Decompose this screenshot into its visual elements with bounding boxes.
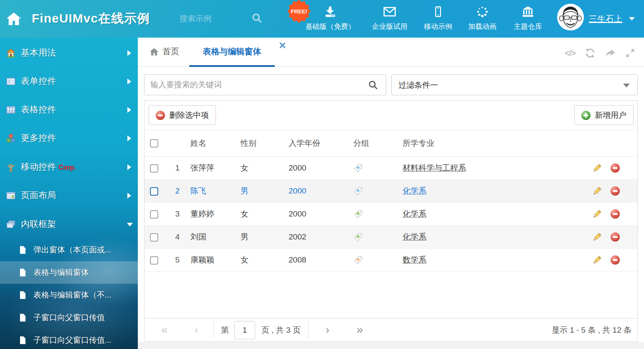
table-row[interactable]: 3 董婷婷 女 2000 化学系 bbox=[145, 203, 637, 226]
file-icon bbox=[18, 245, 27, 255]
delete-row-icon[interactable] bbox=[611, 186, 620, 196]
column-header-group[interactable]: 分组 bbox=[349, 138, 397, 149]
nav-mobile-demo-label: 移动示例 bbox=[415, 22, 461, 31]
filter-dropdown[interactable]: 过滤条件一 bbox=[391, 74, 638, 95]
edit-icon[interactable] bbox=[592, 255, 602, 265]
delete-selected-label: 删除选中项 bbox=[169, 110, 209, 121]
sidebar-subitem-grid-edit-window[interactable]: 表格与编辑窗体 bbox=[0, 261, 138, 284]
header-search-input[interactable] bbox=[180, 12, 244, 26]
column-header-major[interactable]: 所学专业 bbox=[397, 138, 581, 149]
sidebar-subitem-child-to-parent-2[interactable]: 子窗口向父窗口传值... bbox=[0, 329, 138, 349]
refresh-icon[interactable] bbox=[585, 48, 596, 59]
home-icon[interactable] bbox=[6, 11, 22, 27]
select-all-checkbox[interactable] bbox=[150, 139, 158, 148]
file-icon bbox=[18, 335, 27, 345]
table-row[interactable]: 1 张萍萍 女 2000 材料科学与工程系 bbox=[145, 157, 637, 180]
house-icon bbox=[6, 48, 16, 58]
nav-mobile-demo[interactable]: 移动示例 bbox=[415, 5, 461, 34]
delete-row-icon[interactable] bbox=[611, 163, 620, 173]
bank-icon bbox=[522, 5, 534, 18]
nav-basic-free-label: 基础版（免费） bbox=[299, 22, 362, 31]
row-checkbox[interactable] bbox=[150, 187, 158, 196]
tab-grid-edit-window[interactable]: 表格与编辑窗体 bbox=[189, 38, 275, 67]
avatar[interactable] bbox=[557, 4, 584, 31]
delete-row-icon[interactable] bbox=[611, 232, 620, 242]
edit-icon[interactable] bbox=[592, 186, 602, 196]
plus-icon bbox=[581, 111, 591, 120]
edit-icon[interactable] bbox=[592, 232, 602, 242]
row-checkbox[interactable] bbox=[150, 256, 158, 265]
cell-major-link[interactable]: 化学系 bbox=[403, 232, 426, 241]
delete-selected-button[interactable]: 删除选中项 bbox=[149, 105, 216, 125]
table-row[interactable]: 4 刘国 男 2002 化学系 bbox=[145, 226, 637, 249]
row-checkbox[interactable] bbox=[150, 210, 158, 219]
nav-enterprise-trial[interactable]: 企业版试用 bbox=[363, 5, 417, 34]
page-number-input[interactable] bbox=[234, 321, 255, 339]
row-checkbox[interactable] bbox=[150, 164, 158, 173]
tab-home[interactable]: 首页 bbox=[150, 46, 179, 57]
sidebar-item-more-controls[interactable]: 更多控件 bbox=[0, 124, 138, 153]
sidebar-subitem-label: 子窗口向父窗口传值 bbox=[33, 312, 105, 323]
sidebar-item-form-controls[interactable]: 表单控件 bbox=[0, 67, 138, 96]
sidebar-subitem-popup-window[interactable]: 弹出窗体（本页面或... bbox=[0, 239, 138, 261]
sidebar-item-basic-usage[interactable]: 基本用法 bbox=[0, 39, 138, 67]
cell-major-link[interactable]: 化学系 bbox=[403, 209, 426, 218]
add-user-button[interactable]: 新增用户 bbox=[574, 105, 634, 125]
sidebar-item-mobile-controls[interactable]: 移动控件Corp. bbox=[0, 153, 138, 181]
sidebar: 基本用法 表单控件 表格控件 bbox=[0, 38, 138, 349]
row-number: 4 bbox=[167, 232, 182, 242]
sidebar-subitem-child-to-parent[interactable]: 子窗口向父窗口传值 bbox=[0, 306, 138, 329]
cell-gender: 女 bbox=[236, 163, 284, 173]
delete-row-icon[interactable] bbox=[611, 255, 620, 265]
username[interactable]: 三生石上 bbox=[589, 13, 622, 25]
expand-icon[interactable] bbox=[625, 48, 636, 59]
last-page-button[interactable]: » bbox=[357, 318, 363, 341]
share-icon[interactable] bbox=[605, 48, 616, 59]
cell-major-link[interactable]: 材料科学与工程系 bbox=[403, 163, 466, 172]
file-icon bbox=[18, 313, 27, 323]
sidebar-item-iframe[interactable]: 内联框架 bbox=[0, 210, 138, 239]
form-icon bbox=[6, 76, 16, 87]
sidebar-item-page-layout[interactable]: 页面布局 bbox=[0, 181, 138, 210]
edit-icon[interactable] bbox=[592, 163, 602, 173]
keyword-search-box[interactable] bbox=[144, 74, 386, 95]
mail-icon bbox=[383, 5, 396, 18]
user-menu-caret-icon[interactable] bbox=[629, 17, 635, 20]
table-row[interactable]: 2 陈飞 男 2000 化学系 bbox=[145, 180, 637, 203]
prev-page-button[interactable]: ‹ bbox=[195, 318, 198, 341]
sidebar-item-label: 表格控件 bbox=[21, 104, 56, 115]
table-row[interactable]: 5 康颖颖 女 2008 数学系 bbox=[145, 249, 637, 272]
delete-row-icon[interactable] bbox=[611, 209, 620, 219]
header-search-icon[interactable] bbox=[251, 13, 263, 24]
keyword-search-input[interactable] bbox=[150, 76, 368, 93]
page-suffix-label: 页 , 共 3 页 bbox=[261, 318, 301, 342]
first-page-button[interactable]: « bbox=[161, 318, 167, 341]
source-code-icon[interactable]: </> bbox=[565, 48, 576, 59]
chevron-right-icon bbox=[127, 107, 131, 113]
search-icon[interactable] bbox=[368, 80, 378, 90]
app-title: FineUIMvc在线示例 bbox=[32, 10, 150, 27]
next-page-button[interactable]: › bbox=[326, 318, 329, 341]
tag-icon bbox=[353, 209, 363, 219]
column-header-gender[interactable]: 性别 bbox=[236, 138, 284, 149]
column-header-year[interactable]: 入学年份 bbox=[284, 138, 349, 149]
edit-icon[interactable] bbox=[592, 209, 602, 219]
nav-basic-free[interactable]: 基础版（免费） bbox=[299, 5, 362, 34]
row-number: 2 bbox=[167, 186, 182, 196]
cell-name: 陈飞 bbox=[182, 186, 236, 196]
sidebar-subitem-label: 子窗口向父窗口传值... bbox=[33, 335, 112, 346]
nav-theme-repo[interactable]: 主题仓库 bbox=[505, 5, 551, 34]
close-icon[interactable] bbox=[279, 42, 286, 48]
sidebar-item-label: 基本用法 bbox=[21, 47, 56, 59]
row-number: 5 bbox=[167, 255, 182, 265]
cell-year: 2000 bbox=[284, 186, 349, 196]
sidebar-item-grid-controls[interactable]: 表格控件 bbox=[0, 96, 138, 124]
row-checkbox[interactable] bbox=[150, 233, 158, 242]
column-header-name[interactable]: 姓名 bbox=[182, 138, 236, 149]
sidebar-subitem-grid-edit-window-2[interactable]: 表格与编辑窗体（不... bbox=[0, 284, 138, 306]
nav-loading-animation[interactable]: 加载动画 bbox=[459, 5, 505, 34]
cell-major-link[interactable]: 数学系 bbox=[403, 255, 426, 264]
row-number: 3 bbox=[167, 209, 182, 219]
cell-year: 2000 bbox=[284, 209, 349, 219]
cell-major-link[interactable]: 化学系 bbox=[403, 186, 426, 195]
